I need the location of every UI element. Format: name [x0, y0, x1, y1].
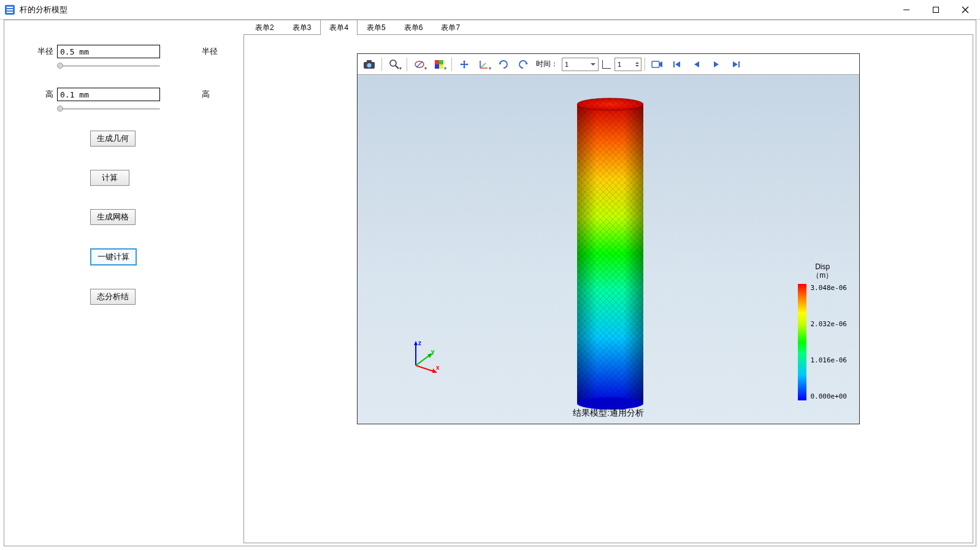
- axes-icon[interactable]: [475, 56, 493, 73]
- svg-rect-19: [673, 61, 675, 67]
- viewer-toolbar: 时间： 1 1: [358, 54, 859, 75]
- svg-line-8: [396, 66, 399, 69]
- svg-point-7: [390, 60, 396, 66]
- prev-frame-icon[interactable]: [687, 56, 706, 73]
- pan-icon[interactable]: [455, 56, 473, 73]
- maximize-button[interactable]: [921, 0, 951, 20]
- svg-rect-12: [439, 60, 443, 64]
- height-label-right: 高: [202, 89, 210, 100]
- tab-2[interactable]: 表单4: [320, 20, 358, 35]
- app-icon: [5, 5, 15, 15]
- play-icon[interactable]: [707, 56, 725, 73]
- time-combo[interactable]: 1: [562, 58, 599, 71]
- radius-row: 半径 半径: [17, 45, 231, 58]
- tab-4[interactable]: 表单6: [395, 20, 432, 35]
- svg-rect-23: [577, 104, 643, 403]
- rotate-cw-icon[interactable]: [494, 56, 513, 73]
- height-label: 高: [17, 89, 53, 100]
- button-stack: 生成几何 计算 生成网格 一键计算 态分析结: [90, 131, 231, 305]
- radius-label: 半径: [17, 46, 53, 57]
- height-row: 高 高: [17, 88, 231, 101]
- tab-bar: 表单2 表单3 表单4 表单5 表单6 表单7: [243, 20, 973, 35]
- color-cube-icon[interactable]: [430, 56, 448, 73]
- window-controls: [892, 0, 980, 20]
- svg-rect-11: [435, 60, 439, 64]
- svg-rect-6: [367, 60, 372, 63]
- zoom-icon[interactable]: [385, 56, 404, 73]
- legend-ticks: 3.048e-06 2.032e-06 1.016e-06 0.000e+00: [810, 284, 847, 400]
- height-slider[interactable]: [57, 107, 160, 110]
- client-area: 半径 半径 高 高 生成几何 计算 生成网格 一键计算 态分析结 表单2 表单3…: [4, 20, 976, 546]
- sidebar: 半径 半径 高 高 生成几何 计算 生成网格 一键计算 态分析结: [4, 20, 243, 546]
- height-input[interactable]: [57, 88, 160, 101]
- radius-input[interactable]: [57, 45, 160, 58]
- height-slider-wrap: [57, 104, 160, 112]
- one-click-compute-button[interactable]: 一键计算: [90, 248, 137, 265]
- rotate-ccw-icon[interactable]: [514, 56, 532, 73]
- tab-5[interactable]: 表单7: [432, 20, 469, 35]
- compute-button[interactable]: 计算: [90, 170, 129, 186]
- main-panel: 表单2 表单3 表单4 表单5 表单6 表单7: [243, 20, 976, 546]
- tab-1[interactable]: 表单3: [283, 20, 321, 35]
- svg-text:z: z: [418, 340, 421, 346]
- legend-title: Disp （m）: [798, 262, 847, 280]
- svg-line-31: [416, 365, 434, 372]
- window-title: 杆的分析模型: [20, 4, 892, 15]
- screenshot-icon[interactable]: [360, 56, 378, 73]
- radius-slider-wrap: [57, 61, 160, 69]
- svg-rect-18: [652, 61, 659, 67]
- time-spin-value: 1: [618, 61, 621, 68]
- svg-rect-14: [439, 64, 443, 69]
- plot-area: z x y Disp （m）: [358, 78, 859, 424]
- time-label: 时间：: [536, 59, 558, 69]
- colorbar: [798, 284, 806, 400]
- record-icon[interactable]: [648, 56, 667, 73]
- color-legend: Disp （m） 3.048e-06 2.032e-06 1.016e-06 0…: [798, 262, 847, 400]
- first-frame-icon[interactable]: [668, 56, 686, 73]
- svg-text:x: x: [436, 364, 440, 371]
- viewer-box: 时间： 1 1: [243, 35, 973, 543]
- svg-line-17: [480, 63, 486, 68]
- tab-0[interactable]: 表单2: [246, 20, 283, 35]
- generate-mesh-button[interactable]: 生成网格: [90, 209, 136, 225]
- svg-text:y: y: [431, 348, 435, 355]
- svg-line-10: [416, 61, 423, 67]
- axis-triad: z x y: [407, 338, 443, 375]
- viewer[interactable]: 时间： 1 1: [357, 53, 860, 424]
- svg-line-33: [416, 355, 430, 365]
- svg-point-5: [367, 63, 372, 67]
- time-combo-value: 1: [565, 61, 568, 68]
- angle-icon: [602, 60, 611, 69]
- last-frame-icon[interactable]: [727, 56, 745, 73]
- generate-geometry-button[interactable]: 生成几何: [90, 131, 136, 147]
- radius-slider[interactable]: [57, 64, 160, 67]
- time-spin[interactable]: 1: [614, 58, 641, 71]
- minimize-button[interactable]: [892, 0, 921, 20]
- radius-label-right: 半径: [202, 46, 218, 57]
- svg-rect-1: [933, 7, 939, 12]
- cylinder-plot: [576, 97, 645, 410]
- viewer-caption: 结果模型:通用分析: [358, 408, 859, 419]
- tab-3[interactable]: 表单5: [358, 20, 395, 35]
- svg-rect-20: [738, 61, 740, 67]
- svg-rect-13: [435, 64, 439, 69]
- selection-icon[interactable]: [410, 56, 429, 73]
- titlebar: 杆的分析模型: [0, 0, 980, 20]
- modal-result-button[interactable]: 态分析结: [90, 289, 136, 305]
- close-button[interactable]: [951, 0, 980, 20]
